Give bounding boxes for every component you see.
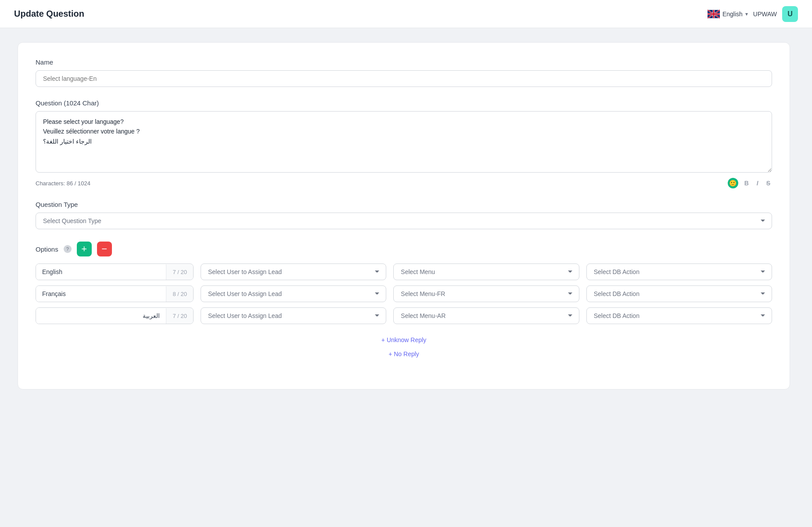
remove-icon: − — [101, 244, 107, 254]
db-action-select-1[interactable]: Select DB Action — [586, 264, 772, 280]
option-row: 8 / 20 Select User to Assign Lead Select… — [36, 285, 772, 302]
question-type-select[interactable]: Select Question Type — [36, 213, 772, 229]
main-content: Name Question (1024 Char) Please select … — [0, 28, 812, 404]
db-action-select-2[interactable]: Select DB Action — [586, 285, 772, 302]
menu-select-1[interactable]: Select Menu — [393, 264, 579, 280]
option-row: 7 / 20 Select User to Assign Lead Select… — [36, 264, 772, 280]
unknow-reply-label: + Unknow Reply — [381, 336, 426, 343]
options-header: Options ? + − — [36, 242, 772, 256]
menu-select-2[interactable]: Select Menu-FR — [393, 285, 579, 302]
option-name-input-2[interactable] — [36, 286, 166, 302]
char-count-row: Characters: 86 / 1024 🙂 B I S — [36, 178, 772, 188]
option-name-cell-2: 8 / 20 — [36, 285, 194, 302]
assign-lead-select-1[interactable]: Select User to Assign Lead — [201, 264, 386, 280]
question-type-section: Question Type Select Question Type — [36, 201, 772, 229]
add-icon: + — [81, 244, 87, 254]
option-count-2: 8 / 20 — [166, 286, 193, 302]
name-label: Name — [36, 58, 772, 66]
name-input[interactable] — [36, 70, 772, 87]
language-label: English — [722, 11, 743, 18]
no-reply-button[interactable]: + No Reply — [36, 349, 772, 359]
question-textarea[interactable]: Please select your language? Veuillez sé… — [36, 111, 772, 173]
name-section: Name — [36, 58, 772, 87]
db-action-select-3[interactable]: Select DB Action — [586, 307, 772, 324]
topbar-right: English ▾ UPWAW U — [708, 6, 798, 22]
text-format-icons: 🙂 B I S — [728, 178, 772, 188]
question-section: Question (1024 Char) Please select your … — [36, 99, 772, 188]
bold-button[interactable]: B — [743, 179, 751, 188]
question-label: Question (1024 Char) — [36, 99, 772, 107]
reply-links: + Unknow Reply + No Reply — [36, 335, 772, 361]
option-name-cell-3: 7 / 20 — [36, 307, 194, 324]
question-type-label: Question Type — [36, 201, 772, 208]
user-avatar[interactable]: U — [782, 6, 798, 22]
options-section: Options ? + − 7 / 20 — [36, 242, 772, 361]
unknow-reply-button[interactable]: + Unknow Reply — [36, 335, 772, 345]
emoji-button[interactable]: 🙂 — [728, 178, 738, 188]
uk-flag-icon — [708, 10, 720, 18]
form-card: Name Question (1024 Char) Please select … — [18, 42, 790, 390]
add-option-button[interactable]: + — [77, 242, 92, 256]
option-name-input-3[interactable] — [36, 308, 166, 324]
option-name-cell-1: 7 / 20 — [36, 264, 194, 280]
options-rows: 7 / 20 Select User to Assign Lead Select… — [36, 264, 772, 324]
language-selector[interactable]: English ▾ — [708, 10, 748, 18]
assign-lead-select-3[interactable]: Select User to Assign Lead — [201, 307, 386, 324]
page-title: Update Question — [14, 9, 84, 19]
topbar: Update Question English ▾ UPWAW U — [0, 0, 812, 28]
menu-select-3[interactable]: Select Menu-AR — [393, 307, 579, 324]
strikethrough-button[interactable]: S — [765, 179, 772, 188]
options-help-icon[interactable]: ? — [64, 245, 72, 253]
remove-option-button[interactable]: − — [97, 242, 112, 256]
option-count-3: 7 / 20 — [166, 308, 193, 324]
language-chevron-icon: ▾ — [745, 11, 748, 17]
option-count-1: 7 / 20 — [166, 264, 193, 280]
user-name-label: UPWAW — [753, 11, 777, 18]
assign-lead-select-2[interactable]: Select User to Assign Lead — [201, 285, 386, 302]
option-row: 7 / 20 Select User to Assign Lead Select… — [36, 307, 772, 324]
no-reply-label: + No Reply — [388, 350, 419, 357]
italic-button[interactable]: I — [755, 179, 760, 188]
char-count: Characters: 86 / 1024 — [36, 180, 90, 187]
emoji-icon-symbol: 🙂 — [729, 180, 737, 187]
option-name-input-1[interactable] — [36, 264, 166, 280]
options-label: Options — [36, 245, 58, 253]
user-initial: U — [787, 10, 793, 18]
